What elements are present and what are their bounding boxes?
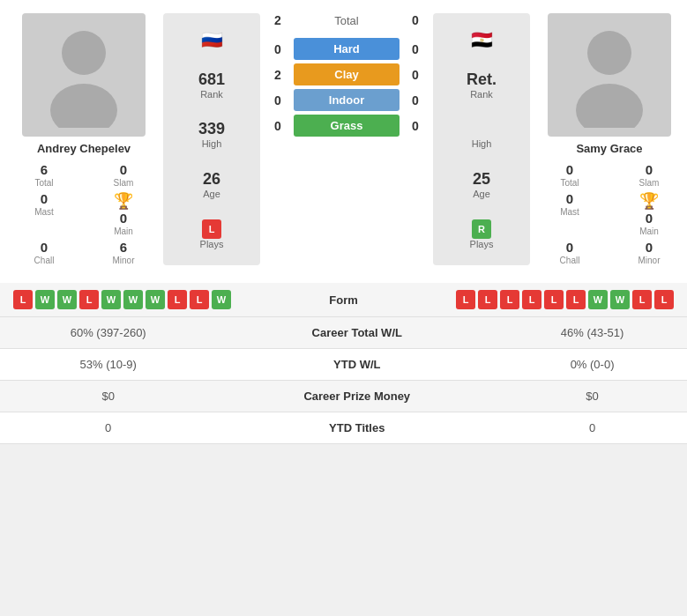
total-label: Total bbox=[294, 14, 400, 27]
right-trophy-icon: 🏆 bbox=[639, 191, 659, 211]
right-chall-label: Chall bbox=[560, 256, 580, 265]
right-mast-stat: 0 Mast bbox=[534, 191, 605, 236]
left-player-name: Andrey Chepelev bbox=[37, 142, 131, 155]
ytd-titles-row: 0 YTD Titles 0 bbox=[0, 412, 687, 444]
right-middle-card: 🇪🇬 Ret. Rank High 25 Age R Plays bbox=[433, 13, 530, 265]
left-slam-stat: 0 Slam bbox=[88, 162, 159, 188]
right-high-value bbox=[479, 120, 483, 138]
left-slam-value: 0 bbox=[120, 162, 127, 177]
right-high-stat: High bbox=[472, 120, 492, 149]
form-badge-l: L bbox=[456, 290, 475, 309]
right-avatar bbox=[548, 13, 671, 137]
form-badge-w: W bbox=[146, 290, 165, 309]
right-slam-stat: 0 Slam bbox=[614, 162, 684, 188]
right-plays-label: Plays bbox=[470, 239, 494, 249]
left-total-stat: 6 Total bbox=[9, 162, 79, 188]
indoor-button[interactable]: Indoor bbox=[294, 89, 400, 111]
ytd-titles-label: YTD Titles bbox=[216, 412, 497, 444]
right-age-value: 25 bbox=[473, 170, 490, 189]
surface-row-clay: 2 Clay 0 bbox=[269, 63, 424, 85]
ytd-wl-row: 53% (10-9) YTD W/L 0% (0-0) bbox=[0, 349, 687, 381]
hard-button[interactable]: Hard bbox=[294, 38, 400, 60]
left-minor-value: 6 bbox=[120, 240, 127, 255]
right-high-label: High bbox=[472, 138, 492, 149]
left-mast-label: Mast bbox=[34, 207, 54, 217]
form-badge-l: L bbox=[79, 290, 99, 309]
left-ytd-wl: 53% (10-9) bbox=[0, 349, 216, 381]
left-main-value: 0 bbox=[120, 211, 127, 226]
left-rank-stat: 681 Rank bbox=[198, 71, 225, 100]
form-badge-l: L bbox=[632, 290, 652, 309]
form-badge-l: L bbox=[654, 290, 674, 309]
form-badge-l: L bbox=[522, 290, 541, 309]
career-wl-row: 60% (397-260) Career Total W/L 46% (43-5… bbox=[0, 317, 687, 349]
right-mast-label: Mast bbox=[560, 207, 579, 217]
left-mast-stat: 0 Mast bbox=[9, 191, 79, 236]
left-minor-label: Minor bbox=[112, 256, 134, 265]
form-badge-l: L bbox=[13, 290, 33, 309]
grass-button[interactable]: Grass bbox=[294, 115, 400, 137]
clay-score-right: 0 bbox=[407, 68, 424, 82]
form-badge-w: W bbox=[610, 290, 630, 309]
right-main-stat: 🏆 0 Main bbox=[614, 191, 684, 236]
right-player-name: Samy Grace bbox=[576, 142, 642, 155]
clay-score-left: 2 bbox=[269, 68, 287, 82]
total-score-left: 2 bbox=[269, 13, 287, 27]
form-badge-w: W bbox=[101, 290, 121, 309]
total-score-right: 0 bbox=[407, 13, 424, 27]
left-form-badges: LWWLWWWLLW bbox=[13, 290, 273, 309]
right-form-badges: LLLLLLWWLL bbox=[414, 290, 675, 309]
form-badge-l: L bbox=[168, 290, 187, 309]
right-player-card: Samy Grace 0 Total 0 Slam 0 Mast 🏆 0 Ma bbox=[534, 13, 684, 265]
right-minor-label: Minor bbox=[638, 256, 660, 265]
grass-score-left: 0 bbox=[269, 119, 287, 133]
left-total-value: 6 bbox=[41, 162, 48, 177]
form-label: Form bbox=[273, 293, 414, 307]
right-rank-stat: Ret. Rank bbox=[467, 71, 497, 100]
right-chall-stat: 0 Chall bbox=[534, 240, 605, 265]
right-career-wl: 46% (43-51) bbox=[497, 317, 687, 349]
left-minor-stat: 6 Minor bbox=[88, 240, 159, 265]
center-section: 2 Total 0 0 Hard 0 2 Clay 0 0 Indoor bbox=[265, 13, 429, 265]
hard-score-right: 0 bbox=[407, 42, 424, 56]
right-total-label: Total bbox=[560, 178, 579, 188]
right-total-stat: 0 Total bbox=[534, 162, 605, 188]
right-chall-value: 0 bbox=[566, 240, 573, 255]
left-plays-value: L bbox=[209, 224, 215, 234]
right-minor-stat: 0 Minor bbox=[614, 240, 684, 265]
left-chall-value: 0 bbox=[41, 240, 48, 255]
left-flag: 🇷🇺 bbox=[201, 29, 223, 50]
left-player-card: Andrey Chepelev 6 Total 0 Slam 0 Mast 🏆 bbox=[9, 13, 159, 265]
form-badge-w: W bbox=[35, 290, 55, 309]
left-player-stats: 6 Total 0 Slam 0 Mast 🏆 0 Main bbox=[9, 162, 159, 265]
right-age-stat: 25 Age bbox=[473, 170, 490, 199]
svg-point-3 bbox=[576, 84, 643, 128]
surface-row-indoor: 0 Indoor 0 bbox=[269, 89, 424, 111]
clay-button[interactable]: Clay bbox=[294, 63, 400, 85]
indoor-score-right: 0 bbox=[407, 93, 424, 108]
right-ytd-wl: 0% (0-0) bbox=[497, 349, 687, 381]
left-avatar bbox=[22, 13, 146, 137]
right-ytd-titles: 0 bbox=[497, 412, 687, 444]
right-plays-stat: R Plays bbox=[470, 219, 494, 249]
left-high-value: 339 bbox=[198, 120, 225, 138]
left-rank-value: 681 bbox=[198, 71, 225, 89]
left-slam-label: Slam bbox=[114, 178, 134, 188]
right-slam-label: Slam bbox=[639, 178, 660, 188]
surfaces-container: 0 Hard 0 2 Clay 0 0 Indoor 0 0 Grass bbox=[269, 34, 424, 140]
right-main-label: Main bbox=[639, 226, 659, 236]
left-high-label: High bbox=[202, 138, 222, 149]
grass-score-right: 0 bbox=[407, 119, 424, 133]
right-plays-value: R bbox=[478, 224, 485, 234]
right-rank-label: Rank bbox=[470, 89, 493, 100]
form-badge-l: L bbox=[478, 290, 497, 309]
form-badge-w: W bbox=[57, 290, 77, 309]
form-badge-l: L bbox=[500, 290, 519, 309]
left-age-value: 26 bbox=[203, 170, 220, 189]
right-age-label: Age bbox=[473, 189, 490, 199]
svg-point-0 bbox=[62, 31, 106, 75]
left-total-label: Total bbox=[34, 178, 53, 188]
form-badge-w: W bbox=[212, 290, 231, 309]
left-age-stat: 26 Age bbox=[203, 170, 220, 199]
surface-row-hard: 0 Hard 0 bbox=[269, 38, 424, 60]
